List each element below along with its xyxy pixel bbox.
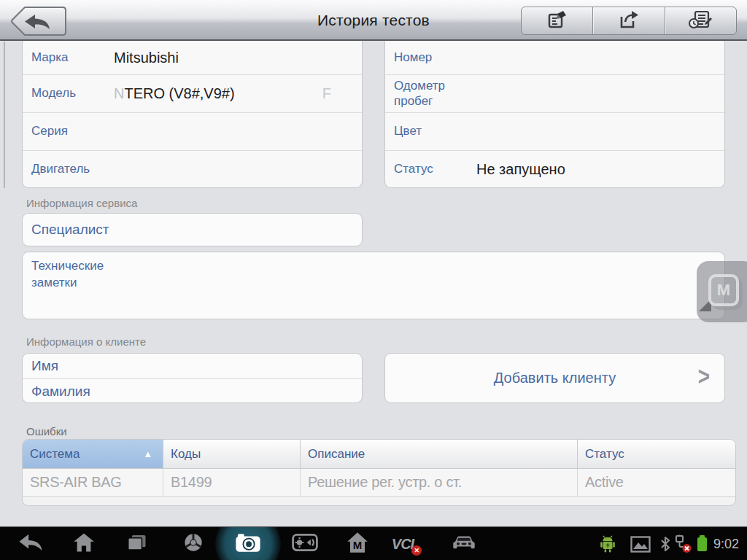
field-label-odometer: Одометр пробег — [394, 79, 476, 108]
vci-disconnected-badge: ✕ — [411, 545, 422, 556]
field-label-status: Статус — [394, 162, 476, 176]
battery-icon — [694, 527, 709, 560]
nav-vci-button[interactable]: VCI ✕ — [381, 527, 425, 560]
camera-icon — [234, 532, 262, 556]
cell-description: Решение рег. устр. о ст. — [300, 469, 577, 496]
customer-name-card — [22, 353, 363, 403]
vehicle-info-card-right: Номер Одометр пробег Цвет Статус Не запу… — [384, 41, 725, 188]
last-name-input[interactable] — [23, 379, 362, 403]
column-header-codes[interactable]: Коды — [163, 440, 300, 468]
nav-camera-button[interactable] — [226, 527, 270, 560]
field-row-plate[interactable]: Номер — [385, 41, 724, 74]
nav-maxisys-home-button[interactable]: M — [336, 527, 379, 560]
add-client-button[interactable]: Добавить клиенту > — [384, 353, 725, 403]
errors-table: Система ▲ Коды Описание Статус SRS-AIR B… — [22, 439, 736, 506]
last-name-row — [23, 378, 362, 403]
toolbar-actions — [521, 7, 737, 35]
recent-apps-icon — [125, 533, 147, 555]
field-row-make[interactable]: Марка Mitsubishi — [23, 41, 362, 74]
field-label-make: Марка — [31, 50, 114, 65]
column-header-status[interactable]: Статус — [577, 440, 735, 468]
first-name-row — [23, 354, 362, 378]
chevron-right-icon: > — [698, 362, 710, 392]
share-icon — [618, 9, 640, 33]
field-row-engine[interactable]: Двигатель — [23, 150, 362, 188]
history-edit-icon — [688, 9, 713, 33]
svg-text:M: M — [353, 539, 363, 551]
system-navbar: M VCI ✕ — [0, 526, 747, 560]
back-nav-icon — [18, 533, 43, 555]
field-label-series: Серия — [31, 124, 114, 139]
display-audio-icon — [292, 532, 318, 556]
customer-section-label: Информация о клиенте — [26, 335, 146, 348]
content-area: Марка Mitsubishi Модель NTERO (V8#,V9#) … — [0, 41, 747, 526]
add-client-label: Добавить клиенту — [494, 370, 616, 386]
note-erase-icon — [546, 9, 568, 33]
bluetooth-icon — [658, 527, 673, 560]
sort-ascending-icon: ▲ — [143, 448, 152, 459]
note-erase-button[interactable] — [522, 7, 592, 34]
status-tray[interactable] — [584, 527, 712, 560]
home-icon — [73, 532, 95, 556]
field-row-series[interactable]: Серия — [23, 112, 362, 150]
errors-table-header: Система ▲ Коды Описание Статус — [23, 440, 735, 469]
technician-field-box — [22, 213, 363, 246]
nav-display-audio-button[interactable] — [283, 527, 327, 560]
share-button[interactable] — [592, 7, 664, 34]
nav-recent-apps-button[interactable] — [115, 527, 158, 560]
field-value-model-scroll-right: F — [322, 85, 331, 102]
table-row[interactable]: SRS-AIR BAG B1499 Решение рег. устр. о с… — [23, 469, 735, 497]
field-row-model[interactable]: Модель NTERO (V8#,V9#) F — [23, 74, 362, 112]
field-row-status[interactable]: Статус Не запущено — [385, 150, 724, 188]
field-label-color: Цвет — [394, 124, 476, 139]
browser-icon — [183, 532, 204, 556]
technical-notes-field[interactable]: Технические заметки — [22, 252, 725, 319]
cell-system: SRS-AIR BAG — [23, 469, 163, 496]
cell-status: Active — [577, 469, 735, 496]
clock: 9:02 — [713, 527, 739, 560]
first-name-input[interactable] — [23, 354, 362, 378]
toolbar: История тестов — [0, 0, 747, 41]
column-header-system[interactable]: Система ▲ — [23, 440, 163, 468]
field-row-color[interactable]: Цвет — [385, 112, 724, 150]
field-value-status: Не запущено — [476, 161, 565, 178]
floating-maxisys-button[interactable]: M — [697, 261, 747, 322]
maxisys-m-icon: M — [708, 274, 739, 306]
field-label-plate: Номер — [394, 50, 476, 65]
maxisys-home-icon: M — [347, 532, 368, 556]
nav-back-button[interactable] — [9, 527, 53, 560]
vehicle-info-card-left: Марка Mitsubishi Модель NTERO (V8#,V9#) … — [22, 41, 363, 188]
field-label-model: Модель — [31, 86, 114, 101]
page-edge-divider — [4, 42, 5, 188]
usb-disconnected-icon — [673, 527, 693, 560]
nav-home-button[interactable] — [62, 527, 106, 560]
technical-notes-placeholder: Технические заметки — [31, 258, 126, 292]
nav-vehicle-button[interactable] — [442, 527, 486, 560]
field-label-engine: Двигатель — [31, 162, 114, 176]
gallery-icon — [629, 527, 652, 560]
cell-code: B1499 — [163, 469, 300, 496]
field-row-odometer[interactable]: Одометр пробег — [385, 74, 724, 112]
field-value-make: Mitsubishi — [114, 50, 179, 66]
android-charging-icon — [597, 527, 619, 560]
vehicle-icon — [452, 534, 476, 554]
field-value-model-scroll-left: N — [114, 85, 124, 101]
column-header-description[interactable]: Описание — [300, 440, 577, 468]
nav-browser-button[interactable] — [171, 527, 215, 560]
service-section-label: Информация сервиса — [26, 197, 137, 209]
history-edit-button[interactable] — [665, 7, 736, 34]
errors-section-label: Ошибки — [26, 425, 67, 438]
vci-status-icon: VCI ✕ — [392, 536, 414, 553]
field-value-model: TERO (V8#,V9#) — [124, 85, 234, 101]
technician-input[interactable] — [23, 214, 362, 246]
